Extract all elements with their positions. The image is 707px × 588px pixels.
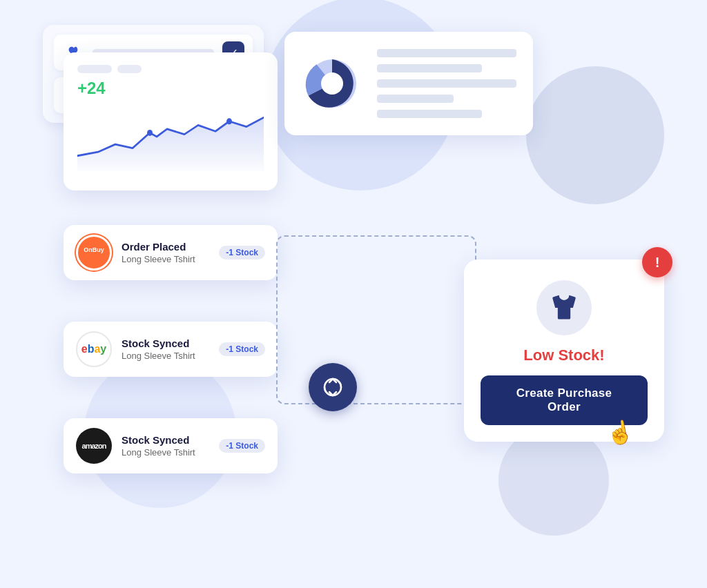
analytics-line-4 [377,95,454,103]
order-info-ebay: Stock Synced Long Sleeve Tshirt [122,337,209,361]
low-stock-label: Low Stock! [523,346,604,364]
order-title-ebay: Stock Synced [122,337,209,349]
order-subtitle-onbuy: Long Sleeve Tshirt [122,254,209,264]
chart-header [77,65,264,73]
bg-blob-2 [526,66,664,204]
ebay-logo-text: ebay [81,343,107,355]
order-card-amazon: amazon Stock Synced Long Sleeve Tshirt -… [64,418,278,473]
lowstock-card: ! Low Stock! Create Purchase Order ☝ [464,259,664,442]
analytics-line-5 [377,110,482,118]
chart-value: +24 [77,79,264,98]
chart-card: +24 [64,52,278,190]
svg-point-0 [147,130,153,136]
chart-pill-1 [77,65,112,73]
stock-badge-ebay: -1 Stock [219,342,265,356]
analytics-line-3 [377,79,516,88]
alert-icon: ! [642,247,672,277]
create-purchase-order-button[interactable]: Create Purchase Order [481,375,648,425]
order-subtitle-ebay: Long Sleeve Tshirt [122,351,209,361]
analytics-line-1 [377,49,516,57]
analytics-lines [377,49,516,118]
stock-badge-onbuy: -1 Stock [219,246,265,259]
main-scene: +24 [43,25,664,563]
order-title-amazon: Stock Synced [122,434,209,446]
dashed-connector-box [276,235,476,404]
chart-area [77,102,264,171]
order-title-onbuy: Order Placed [122,241,209,253]
onbuy-logo: OnBuy ●●● [76,235,112,271]
cursor-icon: ☝ [604,418,636,448]
pie-chart [301,52,363,115]
svg-point-3 [321,72,343,95]
stock-badge-amazon: -1 Stock [219,439,265,453]
order-subtitle-amazon: Long Sleeve Tshirt [122,447,209,458]
analytics-card [284,32,533,135]
chart-pill-2 [117,65,142,73]
sync-icon [309,363,357,411]
analytics-line-2 [377,64,482,72]
order-card-ebay: ebay Stock Synced Long Sleeve Tshirt -1 … [64,322,278,377]
amazon-logo: amazon [76,428,112,464]
ebay-logo: ebay [76,331,112,367]
tshirt-icon-large [536,280,592,335]
order-info-amazon: Stock Synced Long Sleeve Tshirt [122,434,209,458]
svg-point-1 [226,118,232,124]
order-info-onbuy: Order Placed Long Sleeve Tshirt [122,241,209,264]
bg-blob-4 [498,425,609,536]
order-card-onbuy: OnBuy ●●● Order Placed Long Sleeve Tshir… [64,225,278,280]
